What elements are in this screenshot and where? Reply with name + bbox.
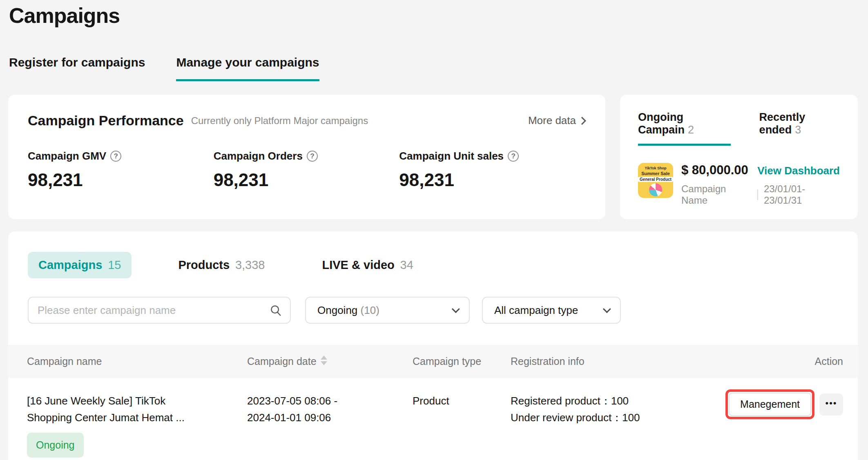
metric-orders-value: 98,231 [214, 170, 399, 190]
header-campaign-name: Campaign name [27, 356, 102, 367]
campaign-amount: $ 80,000.00 [681, 163, 748, 178]
performance-title: Campaign Performance [28, 113, 184, 129]
campaign-list-card: Campaigns 15 Products 3,338 LIVE & video… [8, 231, 858, 460]
type-filter-select[interactable]: All campaign type [482, 297, 621, 324]
metric-campaign-unit-sales: Campaign Unit sales ? 98,231 [399, 150, 585, 190]
chevron-right-icon [578, 117, 586, 125]
help-icon[interactable]: ? [307, 151, 318, 162]
tab-campaigns-count: 15 [108, 258, 121, 271]
row-campaign-type: Product [413, 393, 449, 409]
tab-campaigns-label: Campaigns [38, 258, 102, 271]
help-icon[interactable]: ? [110, 151, 121, 162]
metric-orders-label: Campaign Orders [214, 150, 303, 162]
more-data-label: More data [528, 114, 576, 127]
type-filter-value: All campaign type [494, 304, 603, 317]
more-data-link[interactable]: More data [528, 114, 585, 127]
management-button-label: Manegement [740, 398, 800, 410]
campaigns-page: Campaigns Register for campaigns Manage … [0, 0, 868, 460]
header-action: Action [815, 356, 843, 367]
header-campaign-type: Campaign type [413, 356, 481, 367]
tab-ongoing-count: 2 [688, 124, 694, 136]
performance-subtitle: Currently only Platform Major campaigns [191, 115, 528, 127]
beach-ball-icon [649, 183, 662, 196]
page-title: Campaigns [9, 3, 120, 28]
more-actions-button[interactable]: ••• [819, 393, 843, 416]
ongoing-campaign-card: Ongoing Campain2 Recently ended3 TikTok … [620, 95, 858, 219]
view-dashboard-link[interactable]: View Dashboard [757, 164, 840, 177]
metrics-row: Campaign GMV ? 98,231 Campaign Orders ? … [28, 150, 585, 190]
tiktok-shop-logo: TikTok Shop [645, 166, 666, 170]
tab-products-count: 3,338 [235, 258, 265, 271]
tab-live-video-count: 34 [400, 258, 413, 271]
tab-register-for-campaigns[interactable]: Register for campaigns [9, 56, 145, 81]
table-header: Campaign name Campaign date Campaign typ… [8, 345, 858, 378]
campaign-thumbnail: TikTok Shop Summer Sale General Product [638, 163, 673, 198]
search-icon[interactable] [270, 304, 282, 316]
thumb-summer-sale-label: Summer Sale [641, 171, 670, 176]
metric-unit-sales-value: 98,231 [399, 170, 585, 190]
chevron-down-icon [603, 305, 611, 313]
tab-recently-ended[interactable]: Recently ended3 [759, 111, 840, 146]
tab-ongoing-campain[interactable]: Ongoing Campain2 [638, 111, 731, 146]
list-tab-bar: Campaigns 15 Products 3,338 LIVE & video… [28, 252, 424, 278]
tab-ongoing-label: Ongoing Campain [638, 111, 685, 136]
filter-bar: Ongoing (10) All campaign type [28, 297, 621, 324]
thumb-general-product-label: General Product [638, 177, 673, 182]
campaign-performance-card: Campaign Performance Currently only Plat… [8, 95, 605, 219]
registered-product-count: Registered product：100 [511, 393, 640, 409]
status-filter-select[interactable]: Ongoing (10) [305, 297, 470, 324]
status-filter-value: Ongoing [317, 304, 357, 316]
help-icon[interactable]: ? [508, 151, 519, 162]
tab-ended-count: 3 [795, 124, 801, 136]
tab-live-video[interactable]: LIVE & video 34 [311, 252, 424, 278]
campaign-name-line2: Shopping Center Jumat Hemat ... [27, 409, 185, 426]
row-campaign-name: [16 June Weekly Sale] TikTok Shopping Ce… [27, 393, 185, 458]
chevron-down-icon [452, 305, 460, 313]
row-registration-info: Registered product：100 Under review prod… [511, 393, 640, 426]
row-actions: Manegement ••• [729, 393, 843, 416]
status-filter-count: (10) [361, 304, 379, 316]
metric-gmv-label: Campaign GMV [28, 150, 106, 162]
campaign-date-range: 23/01/01-23/01/31 [764, 183, 840, 206]
row-campaign-date: 2023-07-05 08:06 - 2024-01-01 09:06 [247, 393, 337, 426]
metric-gmv-value: 98,231 [28, 170, 214, 190]
tab-products[interactable]: Products 3,338 [167, 252, 275, 278]
header-registration-info: Registration info [511, 356, 585, 367]
metric-campaign-gmv: Campaign GMV ? 98,231 [28, 150, 214, 190]
divider [757, 189, 758, 200]
metric-unit-sales-label: Campaign Unit sales [399, 150, 504, 162]
campaign-date-line2: 2024-01-01 09:06 [247, 409, 337, 426]
side-tab-bar: Ongoing Campain2 Recently ended3 [638, 111, 840, 146]
main-tab-bar: Register for campaigns Manage your campa… [9, 56, 319, 81]
metric-campaign-orders: Campaign Orders ? 98,231 [214, 150, 399, 190]
campaign-date-line1: 2023-07-05 08:06 - [247, 393, 337, 409]
table-row: [16 June Weekly Sale] TikTok Shopping Ce… [8, 378, 858, 460]
tab-products-label: Products [178, 258, 230, 271]
sort-icon[interactable] [321, 356, 327, 365]
status-badge: Ongoing [27, 433, 84, 458]
campaign-search-input[interactable] [38, 304, 270, 317]
management-button[interactable]: Manegement [729, 393, 811, 416]
tab-manage-your-campaigns[interactable]: Manage your campaigns [176, 56, 319, 81]
under-review-product-count: Under review product：100 [511, 409, 640, 426]
campaign-search-box [28, 297, 291, 324]
header-campaign-date: Campaign date [247, 356, 317, 367]
tab-live-video-label: LIVE & video [322, 258, 394, 271]
tab-campaigns[interactable]: Campaigns 15 [28, 252, 132, 278]
campaign-name-label: Campaign Name [681, 183, 752, 206]
ellipsis-icon: ••• [825, 398, 837, 409]
campaign-name-line1: [16 June Weekly Sale] TikTok [27, 393, 185, 409]
